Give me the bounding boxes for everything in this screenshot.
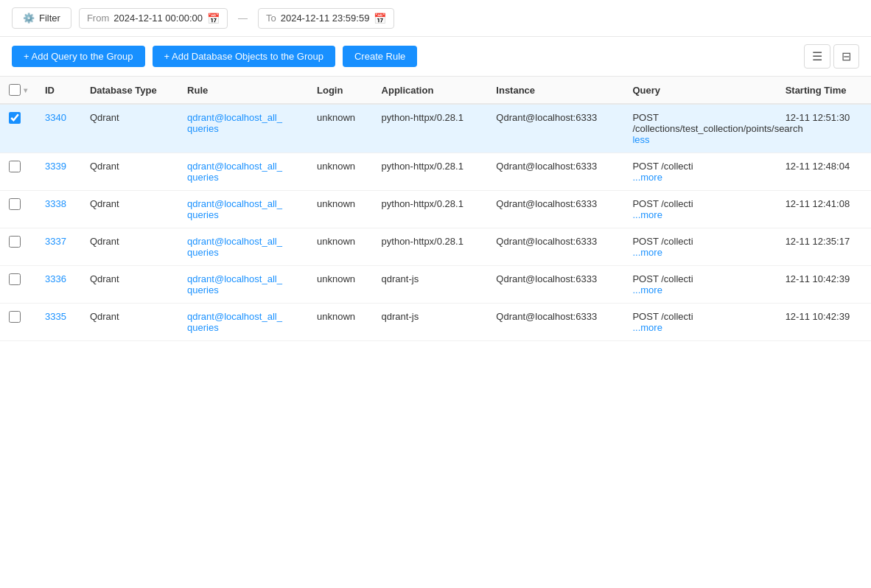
header-id-label: ID: [45, 85, 55, 96]
grid-layout-button[interactable]: ⊟: [833, 44, 859, 69]
header-id: ID: [36, 77, 81, 104]
table-row: 3339 Qdrant qdrant@localhost_all_queries…: [0, 153, 871, 191]
row-instance: Qdrant@localhost:6333: [487, 266, 623, 304]
row-rule: qdrant@localhost_all_queries: [178, 304, 308, 341]
row-checkbox[interactable]: [9, 311, 21, 323]
row-rule: qdrant@localhost_all_queries: [178, 191, 308, 228]
row-query: POST /collecti ...more: [623, 153, 776, 191]
from-value: 2024-12-11 00:00:00: [113, 13, 203, 24]
to-value: 2024-12-11 23:59:59: [281, 13, 370, 24]
from-calendar-icon[interactable]: 📅: [207, 13, 220, 24]
query-more-link[interactable]: ...more: [632, 322, 767, 333]
row-id: 3337: [36, 228, 81, 266]
add-query-button[interactable]: + Add Query to the Group: [12, 46, 145, 67]
header-login: Login: [308, 77, 373, 104]
row-database-type: Qdrant: [81, 266, 178, 304]
add-database-objects-button[interactable]: + Add Database Objects to the Group: [153, 46, 335, 67]
row-query: POST /collections/test_collection/points…: [623, 104, 776, 153]
add-objects-label: + Add Database Objects to the Group: [164, 51, 323, 62]
list-layout-button[interactable]: ☰: [804, 44, 830, 69]
query-more-link[interactable]: less: [632, 134, 767, 145]
row-checkbox-cell: [0, 304, 36, 341]
data-table: ▾ ID Database Type Rule: [0, 77, 871, 341]
row-query: POST /collecti ...more: [623, 228, 776, 266]
row-login: unknown: [308, 191, 373, 228]
create-rule-button[interactable]: Create Rule: [343, 46, 417, 67]
table-row: 3336 Qdrant qdrant@localhost_all_queries…: [0, 266, 871, 304]
row-checkbox-cell: [0, 228, 36, 266]
toolbar: ⚙️ Filter From 2024-12-11 00:00:00 📅 — T…: [0, 0, 871, 37]
filter-button[interactable]: ⚙️ Filter: [12, 7, 71, 29]
row-application: python-httpx/0.28.1: [373, 191, 488, 228]
row-login: unknown: [308, 153, 373, 191]
to-calendar-icon[interactable]: 📅: [374, 13, 386, 24]
query-more-link[interactable]: ...more: [632, 247, 767, 258]
row-database-type: Qdrant: [81, 191, 178, 228]
row-starting-time: 12-11 10:42:39: [777, 266, 871, 304]
query-more-link[interactable]: ...more: [632, 172, 767, 183]
row-checkbox-cell: [0, 153, 36, 191]
rule-link[interactable]: qdrant@localhost_all_queries: [187, 311, 282, 333]
id-link[interactable]: 3335: [45, 311, 66, 322]
action-bar: + Add Query to the Group + Add Database …: [0, 37, 871, 77]
row-id: 3338: [36, 191, 81, 228]
row-checkbox[interactable]: [9, 112, 21, 124]
row-database-type: Qdrant: [81, 104, 178, 153]
header-instance-label: Instance: [496, 85, 535, 96]
id-link[interactable]: 3337: [45, 236, 66, 247]
rule-link[interactable]: qdrant@localhost_all_queries: [187, 161, 282, 183]
rule-link[interactable]: qdrant@localhost_all_queries: [187, 236, 282, 258]
row-instance: Qdrant@localhost:6333: [487, 304, 623, 341]
row-application: python-httpx/0.28.1: [373, 228, 488, 266]
table-row: 3338 Qdrant qdrant@localhost_all_queries…: [0, 191, 871, 228]
id-link[interactable]: 3340: [45, 112, 66, 123]
row-database-type: Qdrant: [81, 153, 178, 191]
date-range-to: To 2024-12-11 23:59:59 📅: [258, 8, 394, 29]
row-login: unknown: [308, 266, 373, 304]
id-link[interactable]: 3338: [45, 198, 66, 209]
header-database-type-label: Database Type: [90, 85, 157, 96]
query-more-link[interactable]: ...more: [632, 209, 767, 220]
select-all-chevron[interactable]: ▾: [24, 86, 27, 94]
id-link[interactable]: 3336: [45, 273, 66, 284]
header-rule: Rule: [178, 77, 308, 104]
row-checkbox[interactable]: [9, 161, 21, 172]
date-range-from: From 2024-12-11 00:00:00 📅: [79, 8, 228, 29]
header-application-label: Application: [382, 85, 434, 96]
row-instance: Qdrant@localhost:6333: [487, 228, 623, 266]
row-login: unknown: [308, 104, 373, 153]
row-instance: Qdrant@localhost:6333: [487, 191, 623, 228]
row-starting-time: 12-11 12:35:17: [777, 228, 871, 266]
table-row: 3340 Qdrant qdrant@localhost_all_queries…: [0, 104, 871, 153]
row-checkbox[interactable]: [9, 236, 21, 248]
query-more-link[interactable]: ...more: [632, 284, 767, 295]
filter-label: Filter: [39, 13, 60, 24]
row-application: qdrant-js: [373, 266, 488, 304]
rule-link[interactable]: qdrant@localhost_all_queries: [187, 198, 282, 220]
header-rule-label: Rule: [187, 85, 208, 96]
row-id: 3340: [36, 104, 81, 153]
row-id: 3339: [36, 153, 81, 191]
header-checkbox-cell: ▾: [0, 77, 36, 104]
add-query-label: + Add Query to the Group: [24, 51, 133, 62]
rule-link[interactable]: qdrant@localhost_all_queries: [187, 273, 282, 295]
row-checkbox-cell: [0, 266, 36, 304]
rule-link[interactable]: qdrant@localhost_all_queries: [187, 112, 282, 134]
row-checkbox[interactable]: [9, 198, 21, 210]
table-row: 3335 Qdrant qdrant@localhost_all_queries…: [0, 304, 871, 341]
row-starting-time: 12-11 12:41:08: [777, 191, 871, 228]
row-query: POST /collecti ...more: [623, 304, 776, 341]
header-query: Query: [623, 77, 776, 104]
row-application: python-httpx/0.28.1: [373, 153, 488, 191]
id-link[interactable]: 3339: [45, 161, 66, 172]
header-login-label: Login: [317, 85, 343, 96]
row-login: unknown: [308, 228, 373, 266]
select-all-checkbox[interactable]: [9, 84, 21, 96]
header-application: Application: [373, 77, 488, 104]
row-checkbox[interactable]: [9, 273, 21, 285]
row-id: 3336: [36, 266, 81, 304]
header-query-label: Query: [632, 85, 660, 96]
to-label: To: [266, 13, 276, 24]
row-rule: qdrant@localhost_all_queries: [178, 153, 308, 191]
row-login: unknown: [308, 304, 373, 341]
